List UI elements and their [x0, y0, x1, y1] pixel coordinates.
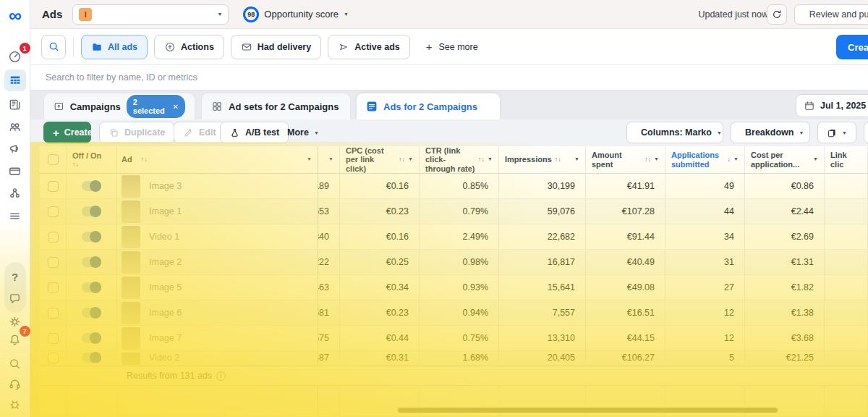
horizontal-scrollbar-thumb[interactable]: [398, 408, 778, 413]
ad-name[interactable]: Image 3: [149, 181, 182, 191]
more-button[interactable]: More ▼: [278, 122, 328, 143]
sort-icon[interactable]: ↑↓: [72, 161, 79, 168]
tab-ad-sets[interactable]: Ad sets for 2 Campaigns: [201, 93, 351, 119]
filter-chip-active-ads[interactable]: Active ads: [328, 35, 410, 59]
sort-icon[interactable]: ↑↓: [141, 156, 148, 163]
selected-count-badge[interactable]: 2 selected ✕: [127, 95, 185, 118]
breakdown-button[interactable]: Breakdown ▼: [731, 122, 810, 143]
sort-icon[interactable]: ↑↓: [478, 156, 485, 163]
select-all-checkbox[interactable]: [48, 154, 59, 165]
chevron-down-icon[interactable]: ▼: [408, 156, 413, 162]
ad-name[interactable]: Image 7: [149, 333, 182, 343]
create-button[interactable]: + Create: [43, 122, 91, 143]
chevron-down-icon[interactable]: ▼: [488, 156, 493, 162]
export-button[interactable]: [864, 122, 868, 143]
column-header-cpa[interactable]: Cost per application...▼: [745, 146, 825, 173]
row-checkbox[interactable]: [48, 308, 59, 319]
sidebar-item-billing[interactable]: [4, 161, 26, 181]
ad-toggle[interactable]: [82, 181, 101, 191]
sidebar-item-notifications[interactable]: 7: [4, 329, 26, 350]
ad-toggle[interactable]: [82, 353, 101, 363]
chevron-down-icon[interactable]: ▼: [813, 156, 818, 162]
ad-name[interactable]: Image 6: [149, 308, 182, 318]
column-header-ad[interactable]: Ad↑↓▼: [117, 146, 318, 173]
reports-button[interactable]: ▼: [817, 122, 856, 143]
sidebar-item-chat[interactable]: [4, 288, 26, 308]
column-header-clipped[interactable]: ▼: [318, 146, 340, 173]
info-icon[interactable]: i: [216, 371, 226, 381]
cell-cost-per-application: €1.82: [745, 275, 825, 300]
tab-ads[interactable]: Ads for 2 Campaigns: [356, 93, 501, 119]
sort-icon[interactable]: ↑↓: [399, 156, 405, 163]
edit-button[interactable]: Edit: [174, 122, 226, 143]
see-more-button[interactable]: + See more: [417, 35, 488, 59]
review-and-publish-button[interactable]: Review and publish: [794, 4, 868, 25]
opportunity-score-control[interactable]: 98 Opportunity score ▼: [243, 7, 349, 22]
table-search-input[interactable]: [30, 65, 868, 90]
sort-icon[interactable]: ↑↓: [644, 156, 651, 163]
sort-icon[interactable]: ↓: [728, 156, 731, 163]
column-header-off-on[interactable]: Off / On↑↓: [67, 146, 117, 173]
chevron-down-icon[interactable]: ▼: [733, 156, 739, 162]
row-checkbox[interactable]: [48, 206, 59, 217]
chevron-down-icon[interactable]: ▼: [307, 156, 312, 162]
sort-icon[interactable]: ↑↓: [555, 156, 561, 163]
ad-name[interactable]: Video 2: [149, 353, 179, 363]
ad-toggle[interactable]: [82, 333, 101, 343]
column-header-apps[interactable]: Applications submitted↓▼: [665, 146, 745, 173]
search-button[interactable]: [41, 35, 66, 59]
chevron-down-icon[interactable]: ▼: [574, 156, 579, 162]
sidebar-item-support[interactable]: [4, 374, 26, 394]
filter-chip-all-ads[interactable]: All ads: [81, 35, 148, 59]
meta-logo-icon[interactable]: ∞: [0, 4, 30, 26]
column-header-label: Impressions: [505, 155, 552, 164]
sidebar-item-campaigns[interactable]: [4, 70, 26, 91]
duplicate-button[interactable]: Duplicate: [99, 122, 174, 143]
row-checkbox[interactable]: [48, 257, 59, 268]
chevron-down-icon[interactable]: ▼: [328, 156, 333, 162]
sidebar-item-home[interactable]: 1: [4, 46, 26, 67]
cell-clipped-value: 463: [318, 275, 340, 300]
ad-name[interactable]: Video 1: [149, 232, 179, 242]
refresh-button[interactable]: [767, 4, 787, 25]
sidebar-item-help[interactable]: ?: [4, 266, 26, 287]
create-ad-button[interactable]: Create: [836, 35, 868, 59]
ad-name[interactable]: Image 1: [149, 206, 182, 216]
cell-link-clicks: [825, 351, 868, 353]
sidebar-item-audiences[interactable]: [4, 117, 26, 137]
cell-clipped-value: 487: [318, 351, 340, 363]
ad-toggle[interactable]: [82, 282, 101, 292]
ad-name[interactable]: Image 5: [149, 282, 182, 292]
sidebar-item-report-bug[interactable]: [4, 394, 26, 414]
column-header-cpc[interactable]: CPC (cost per link click)↑↓▼: [340, 146, 420, 173]
sidebar-item-all-tools[interactable]: [4, 206, 26, 226]
column-header-spent[interactable]: Amount spent↑↓▼: [586, 146, 665, 173]
chevron-down-icon[interactable]: ▼: [654, 156, 659, 162]
ad-toggle[interactable]: [82, 308, 101, 318]
row-checkbox[interactable]: [48, 333, 59, 344]
clear-selection-icon[interactable]: ✕: [173, 103, 179, 111]
ad-toggle[interactable]: [82, 206, 101, 216]
column-header-ctr[interactable]: CTR (link click-through rate)↑↓▼: [420, 146, 499, 173]
filter-chip-actions[interactable]: Actions: [154, 35, 224, 59]
column-header-link[interactable]: Link clic: [825, 146, 868, 173]
row-checkbox[interactable]: [48, 282, 59, 293]
select-all-header-cell[interactable]: [40, 146, 67, 173]
date-range-selector[interactable]: Jul 1, 2025 – C: [796, 94, 868, 117]
row-checkbox[interactable]: [48, 181, 59, 192]
create-label: Create: [64, 127, 93, 138]
column-header-impressions[interactable]: Impressions↑↓▼: [499, 146, 586, 173]
columns-button[interactable]: Columns: Marko ▼: [626, 122, 723, 143]
filter-chip-had-delivery[interactable]: Had delivery: [231, 35, 321, 59]
ad-toggle[interactable]: [82, 257, 101, 267]
ad-name[interactable]: Image 2: [149, 257, 182, 267]
sidebar-item-pages[interactable]: [4, 94, 26, 114]
row-checkbox[interactable]: [48, 232, 59, 243]
sidebar-item-connections[interactable]: [4, 182, 26, 203]
account-selector[interactable]: I ▼: [72, 4, 229, 25]
row-checkbox[interactable]: [48, 353, 59, 363]
sidebar-item-search[interactable]: [4, 353, 26, 374]
tab-campaigns[interactable]: Campaigns 2 selected ✕: [43, 93, 195, 119]
ad-toggle[interactable]: [82, 232, 101, 242]
sidebar-item-ads-manager[interactable]: [4, 138, 26, 159]
